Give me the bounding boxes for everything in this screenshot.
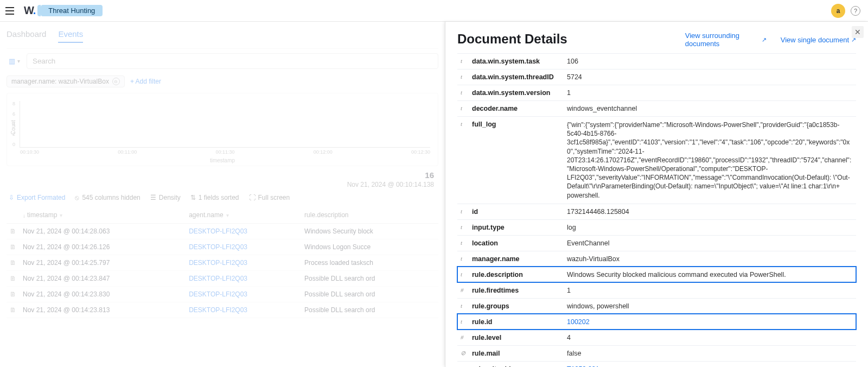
field-name: rule.id: [469, 314, 564, 330]
cell-agent-name[interactable]: DESKTOP-LFI2Q03: [186, 287, 301, 302]
inspect-icon[interactable]: 🗎: [7, 239, 20, 255]
view-surrounding-link[interactable]: View surrounding documents↗: [685, 31, 767, 48]
close-flyout-button[interactable]: ✕: [852, 26, 864, 38]
inspect-icon[interactable]: 🗎: [7, 287, 20, 302]
flyout-title: Document Details: [457, 31, 567, 47]
field-value: log: [564, 219, 856, 235]
search-input[interactable]: [27, 53, 438, 69]
document-fields-table: tdata.win.system.task106tdata.win.system…: [457, 53, 856, 367]
tab-events[interactable]: Events: [58, 29, 83, 43]
field-name: location: [469, 235, 564, 251]
query-language-toggle[interactable]: ▥▾: [7, 55, 22, 67]
field-name: data.win.system.threadID: [469, 69, 564, 85]
doc-field-row: trule.descriptionWindows Security blocke…: [457, 267, 856, 282]
field-type-icon: t: [457, 54, 469, 69]
user-avatar[interactable]: a: [831, 4, 845, 18]
field-value[interactable]: T1059.001: [564, 361, 856, 367]
field-type-icon: t: [457, 235, 469, 251]
field-value: 5724: [564, 69, 856, 85]
tab-bar: Dashboard Events: [7, 22, 438, 49]
help-icon[interactable]: ?: [851, 6, 860, 16]
field-name: full_log: [469, 117, 564, 204]
sort-icon: ⇅: [190, 194, 196, 201]
module-breadcrumb[interactable]: Threat Hunting: [41, 5, 103, 16]
histogram-chart: Count 8 6 4 2 0 00:10:30 00:11:00 00:11:…: [7, 93, 438, 166]
table-row[interactable]: 🗎Nov 21, 2024 @ 00:14:25.797DESKTOP-LFI2…: [7, 255, 438, 271]
cell-agent-name[interactable]: DESKTOP-LFI2Q03: [186, 224, 301, 239]
pin-icon: ⊖: [112, 78, 120, 85]
doc-field-row: #rule.firedtimes1: [457, 282, 856, 298]
export-button[interactable]: ⇩ Export Formated: [9, 194, 65, 201]
hits-count: 16: [7, 170, 434, 180]
field-name: rule.mail: [469, 345, 564, 361]
doc-field-row: tdata.win.system.version1: [457, 85, 856, 101]
fullscreen-button[interactable]: ⛶ Full screen: [249, 194, 290, 201]
filter-chip-manager-name[interactable]: manager.name: wazuh-VirtualBox ⊖: [7, 75, 125, 87]
field-type-icon: t: [457, 219, 469, 235]
col-rule-description[interactable]: rule.description: [301, 207, 438, 224]
field-value[interactable]: 100202: [564, 314, 856, 330]
doc-field-row: tlocationEventChannel: [457, 235, 856, 251]
cell-timestamp: Nov 21, 2024 @ 00:14:28.063: [20, 224, 186, 239]
cell-rule-description: Possible DLL search ord: [301, 287, 438, 302]
table-row[interactable]: 🗎Nov 21, 2024 @ 00:14:28.063DESKTOP-LFI2…: [7, 224, 438, 239]
field-name: data.win.system.task: [469, 54, 564, 69]
doc-field-row: #rule.level4: [457, 330, 856, 345]
cell-timestamp: Nov 21, 2024 @ 00:14:25.797: [20, 255, 186, 271]
field-value: Windows Security blocked malicious comma…: [564, 267, 856, 282]
tab-dashboard[interactable]: Dashboard: [7, 29, 46, 43]
field-type-icon: #: [457, 330, 469, 345]
cell-timestamp: Nov 21, 2024 @ 00:14:23.830: [20, 287, 186, 302]
field-name: rule.mitre.id: [469, 361, 564, 367]
doc-field-row: trule.groupswindows, powershell: [457, 298, 856, 314]
columns-hidden-button[interactable]: ⦸ 545 columns hidden: [75, 194, 140, 201]
doc-field-row: tid1732144468.125804: [457, 204, 856, 219]
field-name: data.win.system.version: [469, 85, 564, 101]
density-button[interactable]: ☰ Density: [150, 194, 181, 201]
field-type-icon: t: [457, 69, 469, 85]
inspect-icon[interactable]: 🗎: [7, 255, 20, 271]
doc-field-row: tfull_log{"win":{"system":{"providerName…: [457, 117, 856, 204]
cell-rule-description: Possible DLL search ord: [301, 302, 438, 318]
field-value: windows_eventchannel: [564, 101, 856, 117]
doc-field-row: tdata.win.system.threadID5724: [457, 69, 856, 85]
doc-field-row: tinput.typelog: [457, 219, 856, 235]
col-agent-name[interactable]: agent.name▾: [186, 207, 301, 224]
sort-fields-button[interactable]: ⇅ 1 fields sorted: [190, 194, 239, 201]
field-name: rule.firedtimes: [469, 282, 564, 298]
document-details-flyout: ✕ Document Details View surrounding docu…: [445, 22, 868, 367]
app-logo[interactable]: W.: [24, 4, 35, 17]
cell-timestamp: Nov 21, 2024 @ 00:14:26.126: [20, 239, 186, 255]
cell-agent-name[interactable]: DESKTOP-LFI2Q03: [186, 271, 301, 287]
field-name: manager.name: [469, 251, 564, 267]
density-icon: ☰: [150, 194, 156, 201]
table-row[interactable]: 🗎Nov 21, 2024 @ 00:14:23.813DESKTOP-LFI2…: [7, 302, 438, 318]
cell-timestamp: Nov 21, 2024 @ 00:14:23.847: [20, 271, 186, 287]
add-filter-button[interactable]: + Add filter: [130, 78, 161, 85]
inspect-icon[interactable]: 🗎: [7, 224, 20, 239]
cell-agent-name[interactable]: DESKTOP-LFI2Q03: [186, 302, 301, 318]
field-value: EventChannel: [564, 235, 856, 251]
table-row[interactable]: 🗎Nov 21, 2024 @ 00:14:23.830DESKTOP-LFI2…: [7, 287, 438, 302]
cell-agent-name[interactable]: DESKTOP-LFI2Q03: [186, 255, 301, 271]
field-value: windows, powershell: [564, 298, 856, 314]
cell-rule-description: Process loaded tasksch: [301, 255, 438, 271]
hits-range: Nov 21, 2024 @ 00:10:14.138: [7, 181, 434, 188]
menu-icon[interactable]: [5, 4, 18, 17]
cell-agent-name[interactable]: DESKTOP-LFI2Q03: [186, 239, 301, 255]
view-single-link[interactable]: View single document↗: [781, 31, 856, 48]
field-type-icon: t: [457, 267, 469, 282]
field-name: rule.level: [469, 330, 564, 345]
inspect-icon[interactable]: 🗎: [7, 271, 20, 287]
table-row[interactable]: 🗎Nov 21, 2024 @ 00:14:23.847DESKTOP-LFI2…: [7, 271, 438, 287]
table-row[interactable]: 🗎Nov 21, 2024 @ 00:14:26.126DESKTOP-LFI2…: [7, 239, 438, 255]
cell-rule-description: Possible DLL search ord: [301, 271, 438, 287]
inspect-icon[interactable]: 🗎: [7, 302, 20, 318]
doc-field-row: trule.id100202: [457, 314, 856, 330]
col-timestamp[interactable]: ↓timestamp▾: [20, 207, 186, 224]
field-name: rule.groups: [469, 298, 564, 314]
field-value: 1732144468.125804: [564, 204, 856, 219]
field-value: wazuh-VirtualBox: [564, 251, 856, 267]
fullscreen-icon: ⛶: [249, 194, 256, 201]
doc-field-row: tdecoder.namewindows_eventchannel: [457, 101, 856, 117]
